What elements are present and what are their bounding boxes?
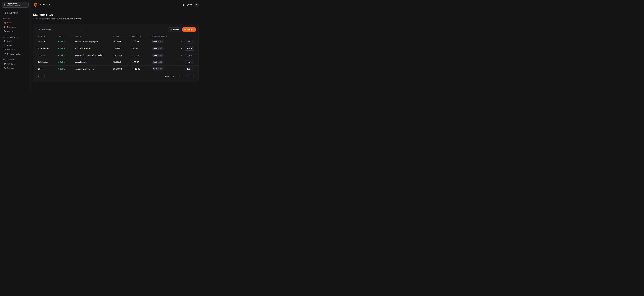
section-title-organization: ORGANIZATION: [2, 59, 28, 60]
client-name: Newt: [153, 61, 157, 63]
column-header-data-out[interactable]: Data Out: [132, 35, 152, 37]
online-status: Online: [58, 40, 75, 43]
sidebar-item-invitations[interactable]: Invitations: [2, 48, 28, 52]
sidebar-item-sites[interactable]: Sites: [2, 20, 28, 25]
brand-name: PANGOLIN: [39, 4, 50, 6]
sidebar-item-label: Server Admin: [7, 12, 18, 14]
client-name: Newt: [153, 48, 157, 49]
table-row: Office Online welcome-giant-mole-rat 534…: [33, 66, 198, 72]
page-subtitle: Allow connectivity to your network throu…: [33, 18, 199, 20]
avatar[interactable]: M: [194, 3, 199, 7]
site-slug: fortunate-cape-fox: [75, 48, 113, 50]
connection-type-badge: Newtv1.3.2: [152, 67, 164, 70]
column-header-online[interactable]: Online: [58, 35, 75, 37]
sort-icon: [43, 36, 45, 37]
client-version: v1.3.2: [158, 48, 162, 49]
data-out-value: 52.02 MB: [132, 40, 152, 43]
sidebar-item-users[interactable]: Users: [2, 39, 28, 43]
column-header-data-in[interactable]: Data In: [113, 35, 132, 37]
data-out-value: 141.68 GB: [132, 54, 152, 56]
client-version: v1.3.2: [158, 68, 162, 70]
row-menu-button[interactable]: [180, 54, 183, 57]
users-icon: [4, 44, 6, 46]
page-size-select[interactable]: 20: [36, 74, 44, 78]
add-site-button[interactable]: Add Site: [182, 27, 196, 32]
online-status: Online: [58, 48, 75, 50]
sidebar-item-label: Roles: [7, 44, 12, 46]
theme-toggle[interactable]: System: [183, 4, 192, 6]
sidebar-nav: Server Admin GENERAL Sites Resources Dom…: [2, 11, 28, 70]
section-title-access-control: ACCESS CONTROL: [2, 36, 28, 38]
sidebar-item-roles[interactable]: Roles: [2, 43, 28, 48]
client-version: v1.3.2: [158, 54, 162, 56]
row-menu-button[interactable]: [180, 47, 183, 50]
client-name: Newt: [153, 68, 157, 70]
sidebar-item-api-keys[interactable]: API Keys: [2, 62, 28, 66]
row-menu-button[interactable]: [180, 61, 183, 64]
user-icon: [4, 40, 6, 42]
status-label: Online: [60, 68, 65, 70]
sort-icon: [79, 36, 81, 37]
edit-button[interactable]: Edit: [185, 40, 194, 44]
row-menu-button[interactable]: [180, 68, 183, 70]
gear-icon: [4, 67, 6, 69]
main-area: PANGOLIN System M Manage Sites Allow con…: [30, 0, 202, 92]
top-right: System M: [183, 3, 199, 7]
site-slug: vivacious-little-blue-penguin: [75, 40, 113, 43]
first-page-button[interactable]: [178, 74, 181, 78]
connection-type-badge: Newtv1.3.2: [152, 40, 164, 43]
sidebar: Organization milo@fossorial.io's ... Ser…: [0, 0, 30, 92]
sidebar-item-shareable-links[interactable]: Shareable Links: [2, 52, 28, 56]
sidebar-scrollbar-thumb[interactable]: [31, 54, 31, 56]
online-status: Online: [58, 61, 75, 63]
column-label: Name: [38, 35, 42, 37]
edit-label: Edit: [187, 68, 190, 70]
row-menu-button[interactable]: [180, 40, 183, 43]
sort-icon: [64, 36, 66, 37]
org-selector[interactable]: Organization milo@fossorial.io's ...: [2, 2, 28, 8]
online-status: Online: [58, 54, 75, 56]
page-size-value: 20: [38, 75, 40, 77]
client-version: v1.3.2: [158, 41, 162, 42]
pager-right: Page 1 of 1: [165, 74, 196, 78]
status-label: Online: [60, 48, 65, 50]
org-selector-value: milo@fossorial.io's ...: [7, 5, 24, 6]
data-in-value: 534.98 GB: [113, 68, 132, 70]
sidebar-item-settings[interactable]: Settings: [2, 66, 28, 70]
status-dot-icon: [58, 48, 59, 49]
page-header: Manage Sites Allow connectivity to your …: [33, 13, 199, 20]
search-icon: [38, 28, 40, 30]
sort-icon: [139, 36, 141, 37]
data-out-value: 3.20 MB: [132, 48, 152, 50]
edit-button[interactable]: Edit: [185, 67, 194, 71]
site-name: Edge Device 01: [38, 48, 58, 50]
table-row: Jeff's Laptop Online smug-brown-rat 12.6…: [33, 58, 198, 66]
search-input[interactable]: [41, 28, 80, 30]
column-header-site[interactable]: Site: [75, 35, 113, 37]
key-icon: [4, 63, 6, 65]
avatar-initial: M: [196, 4, 198, 6]
theme-label: System: [186, 4, 192, 6]
table-row: AWS VPC Online vivacious-little-blue-pen…: [33, 38, 198, 45]
arrow-right-icon: [191, 61, 193, 63]
table-row: Edge Device 01 Online fortunate-cape-fox…: [33, 45, 198, 52]
ticket-check-icon: [4, 49, 6, 51]
refresh-button[interactable]: Refresh: [168, 27, 181, 32]
edit-button[interactable]: Edit: [185, 46, 194, 50]
next-page-button[interactable]: [188, 74, 191, 78]
link-icon: [4, 53, 6, 55]
column-header-connection-type[interactable]: Connection Type: [152, 35, 194, 37]
status-label: Online: [60, 61, 65, 63]
sidebar-item-resources[interactable]: Resources: [2, 25, 28, 29]
previous-page-button[interactable]: [183, 74, 186, 78]
column-header-name[interactable]: Name: [38, 35, 58, 37]
site-slug: smug-brown-rat: [75, 61, 113, 63]
sidebar-item-server-admin[interactable]: Server Admin: [2, 11, 28, 15]
client-name: Newt: [153, 41, 157, 42]
edit-button[interactable]: Edit: [185, 53, 194, 58]
sidebar-item-domains[interactable]: Domains: [2, 29, 28, 33]
edit-button[interactable]: Edit: [185, 60, 194, 64]
last-page-button[interactable]: [192, 74, 196, 78]
client-version: v1.3.2: [158, 61, 162, 63]
column-label: Data Out: [132, 35, 138, 37]
